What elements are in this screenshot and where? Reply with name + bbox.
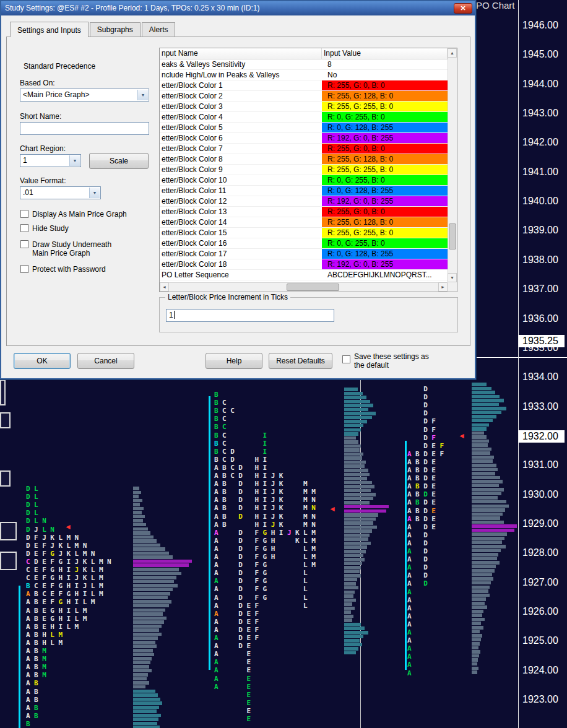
checkbox-hide-study[interactable]: Hide Study bbox=[20, 224, 157, 233]
input-name-header[interactable]: nput Name bbox=[160, 48, 322, 59]
toolbar-fragment[interactable] bbox=[0, 379, 6, 405]
close-button[interactable]: ✕ bbox=[454, 3, 472, 14]
input-value-cell[interactable]: R: 255, G: 128, B: 0 bbox=[322, 217, 448, 227]
volume-bar bbox=[472, 626, 483, 630]
chevron-down-icon[interactable]: ▼ bbox=[89, 188, 100, 198]
table-row[interactable]: etter/Block Color 4R: 0, G: 255, B: 0 bbox=[160, 112, 448, 123]
checkbox-display-as-main-price-graph[interactable]: Display As Main Price Graph bbox=[20, 210, 157, 219]
tpo-letter: H bbox=[42, 639, 46, 647]
input-value-cell[interactable]: No bbox=[322, 70, 448, 80]
input-value-cell[interactable]: R: 0, G: 255, B: 0 bbox=[322, 238, 448, 248]
tab-subgraphs[interactable]: Subgraphs bbox=[90, 22, 141, 37]
horizontal-scrollbar[interactable]: ◄ ► bbox=[160, 282, 448, 292]
tpo-letter: A bbox=[214, 594, 219, 602]
input-value-cell[interactable]: R: 192, G: 0, B: 255 bbox=[322, 133, 448, 143]
scale-button[interactable]: Scale bbox=[89, 153, 149, 169]
input-value-cell[interactable]: R: 255, G: 0, B: 0 bbox=[322, 80, 448, 90]
table-row[interactable]: etter/Block Color 15R: 255, G: 255, B: 0 bbox=[160, 228, 448, 238]
table-row[interactable]: etter/Block Color 11R: 0, G: 128, B: 255 bbox=[160, 186, 448, 196]
toolbar-fragment[interactable] bbox=[0, 470, 11, 487]
horizontal-scroll-thumb[interactable] bbox=[287, 284, 339, 291]
reset-defaults-button[interactable]: Reset Defaults bbox=[269, 353, 332, 369]
chart-region-combo[interactable]: 1 ▼ bbox=[20, 154, 81, 167]
tab-alerts[interactable]: Alerts bbox=[142, 22, 176, 37]
toolbar-fragment[interactable] bbox=[0, 552, 17, 570]
tpo-letter: G bbox=[263, 569, 267, 577]
input-value-cell[interactable]: R: 255, G: 128, B: 0 bbox=[322, 91, 448, 101]
checkbox-protect-with-password[interactable]: Protect with Password bbox=[20, 265, 157, 274]
table-row[interactable]: etter/Block Color 1R: 255, G: 0, B: 0 bbox=[160, 80, 448, 91]
based-on-combo[interactable]: <Main Price Graph> ▼ bbox=[20, 89, 149, 102]
vertical-scroll-thumb[interactable] bbox=[449, 223, 456, 249]
table-row[interactable]: etter/Block Color 10R: 0, G: 255, B: 0 bbox=[160, 175, 448, 186]
short-name-input[interactable] bbox=[20, 122, 149, 135]
chevron-down-icon[interactable]: ▼ bbox=[69, 155, 80, 166]
input-value-cell[interactable]: R: 255, G: 255, B: 0 bbox=[322, 228, 448, 238]
table-row[interactable]: etter/Block Color 14R: 255, G: 128, B: 0 bbox=[160, 217, 448, 228]
table-row[interactable]: etter/Block Color 8R: 255, G: 128, B: 0 bbox=[160, 154, 448, 165]
scroll-right-icon[interactable]: ► bbox=[438, 282, 448, 292]
table-row[interactable]: eaks & Valleys Sensitivity8 bbox=[160, 59, 448, 70]
table-row[interactable]: etter/Block Color 16R: 0, G: 255, B: 0 bbox=[160, 238, 448, 249]
tpo-letter: L bbox=[83, 598, 87, 606]
input-value-cell[interactable]: R: 0, G: 128, B: 255 bbox=[322, 249, 448, 259]
tpo-letter: N bbox=[311, 504, 316, 512]
checkbox-box[interactable] bbox=[20, 224, 28, 232]
tpo-letter: G bbox=[263, 585, 267, 593]
input-value-cell[interactable]: R: 0, G: 255, B: 0 bbox=[322, 175, 448, 185]
input-value-cell[interactable]: R: 192, G: 0, B: 255 bbox=[322, 259, 448, 269]
table-row[interactable]: etter/Block Color 17R: 0, G: 128, B: 255 bbox=[160, 249, 448, 259]
checkbox-box[interactable] bbox=[20, 240, 28, 248]
table-row[interactable]: etter/Block Color 6R: 192, G: 0, B: 255 bbox=[160, 133, 448, 144]
price-increment-input[interactable]: 1 bbox=[166, 309, 334, 322]
vertical-scrollbar[interactable]: ▲ ▼ bbox=[448, 48, 457, 282]
input-value-cell[interactable]: R: 0, G: 128, B: 255 bbox=[322, 186, 448, 196]
scroll-left-icon[interactable]: ◄ bbox=[160, 282, 169, 292]
table-row[interactable]: etter/Block Color 12R: 192, G: 0, B: 255 bbox=[160, 196, 448, 207]
table-row[interactable]: etter/Block Color 3R: 255, G: 255, B: 0 bbox=[160, 102, 448, 112]
checkbox-box[interactable] bbox=[20, 210, 28, 218]
table-row[interactable]: etter/Block Color 18R: 192, G: 0, B: 255 bbox=[160, 259, 448, 270]
tpo-letter: I bbox=[263, 504, 267, 512]
scroll-down-icon[interactable]: ▼ bbox=[448, 273, 457, 282]
input-value-cell[interactable]: R: 255, G: 0, B: 0 bbox=[322, 144, 448, 154]
input-value-cell[interactable]: R: 255, G: 128, B: 0 bbox=[322, 154, 448, 164]
input-value-cell[interactable]: R: 0, G: 128, B: 255 bbox=[322, 123, 448, 132]
checkbox-draw-study-underneath[interactable]: Draw Study Underneath Main Price Graph bbox=[20, 240, 127, 258]
chevron-down-icon[interactable]: ▼ bbox=[137, 90, 148, 100]
table-row[interactable]: etter/Block Color 7R: 255, G: 0, B: 0 bbox=[160, 144, 448, 154]
volume-bar bbox=[344, 534, 370, 537]
toolbar-fragment[interactable] bbox=[0, 522, 17, 540]
tab-settings-and-inputs[interactable]: Settings and Inputs bbox=[10, 22, 89, 37]
input-value-cell[interactable]: R: 255, G: 0, B: 0 bbox=[322, 207, 448, 217]
help-button[interactable]: Help bbox=[206, 353, 262, 369]
input-value-cell[interactable]: R: 255, G: 255, B: 0 bbox=[322, 165, 448, 175]
volume-bar bbox=[472, 597, 486, 601]
based-on-value: <Main Price Graph> bbox=[23, 90, 89, 99]
volume-bar bbox=[133, 560, 192, 563]
checkbox-box[interactable] bbox=[20, 265, 28, 273]
table-row[interactable]: etter/Block Color 2R: 255, G: 128, B: 0 bbox=[160, 91, 448, 102]
input-value-cell[interactable]: R: 192, G: 0, B: 255 bbox=[322, 196, 448, 206]
table-row[interactable]: PO Letter SequenceABCDEFGHIJKLMNOPQRST..… bbox=[160, 270, 448, 280]
value-format-combo[interactable]: .01 ▼ bbox=[20, 186, 101, 199]
checkbox-label: Protect with Password bbox=[32, 265, 106, 274]
input-value-cell[interactable]: 8 bbox=[322, 59, 448, 69]
tpo-letter: B bbox=[34, 590, 38, 598]
cancel-button[interactable]: Cancel bbox=[77, 353, 134, 369]
ok-button[interactable]: OK bbox=[14, 353, 71, 369]
input-value-cell[interactable]: R: 0, G: 255, B: 0 bbox=[322, 112, 448, 122]
scroll-up-icon[interactable]: ▲ bbox=[448, 48, 457, 58]
tpo-letter: I bbox=[263, 431, 267, 440]
checkbox-box[interactable] bbox=[342, 355, 350, 363]
tpo-letter: L bbox=[303, 594, 308, 602]
table-row[interactable]: etter/Block Color 5R: 0, G: 128, B: 255 bbox=[160, 123, 448, 133]
input-value-cell[interactable]: ABCDEFGHIJKLMNOPQRST... bbox=[322, 270, 448, 280]
table-row[interactable]: etter/Block Color 9R: 255, G: 255, B: 0 bbox=[160, 165, 448, 175]
table-row[interactable]: nclude High/Low in Peaks & ValleysNo bbox=[160, 70, 448, 80]
checkbox-save-as-default[interactable]: Save these settings as the default bbox=[342, 352, 429, 370]
toolbar-fragment[interactable] bbox=[0, 412, 11, 428]
input-value-header[interactable]: Input Value bbox=[322, 48, 448, 59]
table-row[interactable]: etter/Block Color 13R: 255, G: 0, B: 0 bbox=[160, 207, 448, 217]
input-value-cell[interactable]: R: 255, G: 255, B: 0 bbox=[322, 102, 448, 111]
